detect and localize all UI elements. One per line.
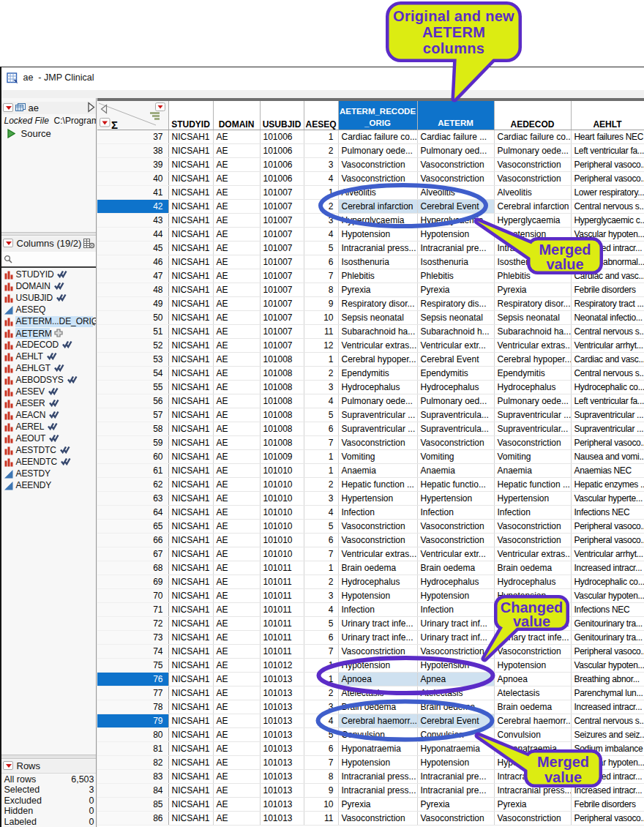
svg-text:Σ: Σ [111,118,118,130]
svg-text:Original and new: Original and new [393,8,514,24]
svg-text:AETERM: AETERM [422,24,485,40]
svg-text:columns: columns [423,40,484,56]
